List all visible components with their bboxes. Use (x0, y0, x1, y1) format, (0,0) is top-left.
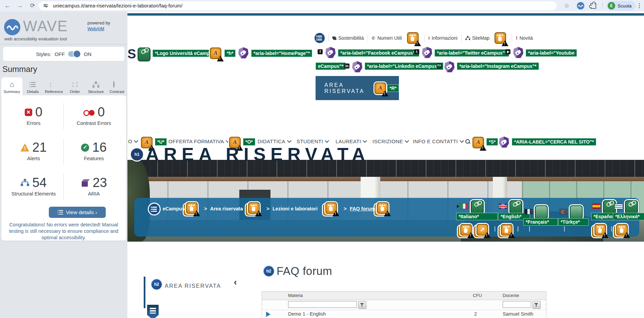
menu-kebab-icon[interactable]: ⋮ (635, 0, 644, 12)
wave-alt-text-icon[interactable]: A (375, 82, 386, 94)
wave-heading-badge[interactable]: h1 (131, 148, 143, 161)
flag-turkce[interactable] (560, 209, 567, 214)
flag-espanol[interactable] (592, 204, 600, 209)
nav-numeri-utili[interactable]: ✆Numeri Utili (372, 35, 402, 41)
info-circle-icon: i (50, 82, 51, 87)
wave-redundant-link-icon[interactable] (407, 32, 419, 44)
wave-image-icon[interactable] (535, 205, 548, 219)
breadcrumb-area-riservata[interactable]: Area riservata (210, 206, 243, 211)
webaim-link[interactable]: WebAIM (87, 26, 110, 31)
wave-redundant-link-icon[interactable] (616, 224, 628, 236)
wave-h2-badge[interactable]: h2 (152, 279, 162, 289)
wave-alt-text-icon[interactable]: A (210, 48, 221, 59)
wave-redundant-link-icon[interactable] (460, 224, 472, 236)
wave-new-window-icon[interactable]: ↗ (477, 224, 488, 236)
profile-chip[interactable]: E Scuola (607, 1, 636, 11)
stat-contrast-errors: 0 Contrast Errors (65, 105, 123, 126)
divider (63, 173, 64, 200)
search-icon[interactable] (465, 139, 470, 144)
wave-aria-label-icon[interactable] (444, 61, 455, 72)
wave-linked-image-icon[interactable] (603, 200, 616, 214)
view-details-button[interactable]: View details › (49, 207, 106, 218)
forward-icon[interactable]: → (15, 0, 24, 12)
nav-iscrizione[interactable]: ISCRIZIONE (373, 138, 408, 144)
sidebar-collapse-chevron[interactable]: ‹ (234, 277, 237, 287)
wave-redundant-link-icon[interactable] (595, 224, 606, 236)
tab-reference[interactable]: i Reference (43, 77, 64, 95)
facebook-icon[interactable]: f (318, 49, 323, 54)
wave-linked-image-icon[interactable] (471, 200, 484, 214)
url-text: uniecampus.it/area-riservata/lezioni-e-l… (53, 3, 182, 8)
tab-summary[interactable]: ⌂ Summary (1, 77, 22, 95)
tab-details[interactable]: Details (22, 77, 43, 95)
alt-text-annotation: *Italiano* (456, 213, 498, 220)
flag-english[interactable] (499, 204, 507, 209)
nav-clipped-item[interactable]: O (128, 138, 138, 144)
alt-text-annotation: *Ελληνικά* (613, 213, 644, 220)
breadcrumb-ecampus[interactable]: eCampus (163, 206, 185, 211)
wave-linked-image-icon[interactable] (138, 48, 150, 61)
wave-aria-label-icon[interactable] (422, 47, 432, 58)
nav-novita[interactable]: !Novità (516, 35, 533, 41)
instagram-icon[interactable] (437, 63, 442, 69)
wave-linked-image-icon[interactable] (625, 200, 638, 214)
col-cfu: CFU (473, 293, 482, 298)
error-icon (25, 109, 32, 116)
docente-filter-input[interactable] (503, 301, 531, 308)
alt-text-annotation: *Français* (523, 218, 558, 226)
styles-toggle[interactable] (68, 51, 80, 57)
profile-name: Scuola (618, 3, 631, 8)
nav-sostenibilita[interactable]: Sostenibilità (333, 35, 364, 41)
stat-aria: 23 ARIA (65, 175, 123, 197)
powered-by: powered by WebAIM (87, 20, 110, 31)
breadcrumb-faq-forum[interactable]: FAQ forum (350, 206, 375, 211)
row-expand-icon[interactable] (266, 312, 270, 317)
wave-aria-label-icon[interactable] (325, 47, 336, 58)
flag-italiano[interactable] (460, 204, 468, 209)
bookmark-star-icon[interactable]: ☆ (562, 0, 571, 12)
wave-redundant-link-icon[interactable] (186, 202, 198, 214)
wave-redundant-link-icon[interactable] (377, 202, 388, 214)
wave-aria-label-icon[interactable] (352, 61, 362, 72)
wave-h2-badge[interactable]: h2 (264, 266, 274, 276)
menu-list-icon[interactable] (315, 33, 325, 43)
nav-informazioni[interactable]: iInformazioni (428, 35, 458, 41)
wave-aria-label-icon[interactable] (513, 47, 523, 58)
nav-sitemap[interactable]: SiteMap (465, 35, 489, 41)
wave-linked-image-icon[interactable] (509, 200, 522, 214)
extensions-puzzle-icon[interactable] (590, 3, 596, 9)
wave-redundant-link-icon[interactable] (495, 32, 506, 44)
wave-redundant-link-icon[interactable] (501, 224, 512, 236)
wave-alt-text-icon[interactable]: A (472, 137, 484, 148)
youtube-icon[interactable] (505, 49, 510, 54)
breadcrumb-menu-icon[interactable] (149, 204, 160, 214)
back-icon[interactable]: ← (3, 0, 12, 12)
flag-ellinika[interactable] (615, 204, 623, 209)
wave-aria-label-icon[interactable] (238, 47, 248, 58)
materia-filter-input[interactable] (288, 301, 357, 308)
wave-extension-icon[interactable] (577, 2, 584, 10)
wave-sidebar: WAVE powered by WebAIM web accessibility… (0, 12, 127, 318)
tab-contrast[interactable]: Contrast (106, 77, 127, 95)
wave-image-icon[interactable] (570, 205, 583, 219)
wave-aria-label-icon[interactable] (499, 136, 509, 148)
wave-redundant-link-icon[interactable] (325, 202, 337, 214)
flag-francais[interactable] (525, 209, 532, 214)
twitter-icon[interactable]: t (414, 49, 419, 54)
toggle-knob[interactable] (73, 50, 81, 58)
materia-filter-button[interactable] (358, 301, 366, 309)
linkedin-icon[interactable]: in (344, 63, 349, 69)
url-bar[interactable]: uniecampus.it/area-riservata/lezioni-e-l… (39, 1, 557, 10)
wave-redundant-link-icon[interactable] (248, 202, 260, 214)
tab-structure[interactable]: Structure (85, 77, 106, 95)
chevron-down-icon (363, 138, 367, 143)
area-riservata-button[interactable]: AREA RISERVATA A *R* (316, 76, 399, 100)
nav-info-contatti[interactable]: INFO E CONTATTI (413, 138, 463, 144)
docente-filter-button[interactable] (532, 301, 541, 309)
breadcrumb-lezioni[interactable]: Lezioni e laboratori (273, 206, 318, 211)
site-info-icon[interactable] (43, 4, 49, 8)
site-logo-fragment[interactable]: S (127, 47, 136, 61)
reload-icon[interactable]: ⟳ (28, 0, 37, 12)
alt-text-annotation: *Logo Università eCampus* (153, 50, 220, 57)
tab-order[interactable]: 1→23→4 Order (64, 77, 85, 95)
